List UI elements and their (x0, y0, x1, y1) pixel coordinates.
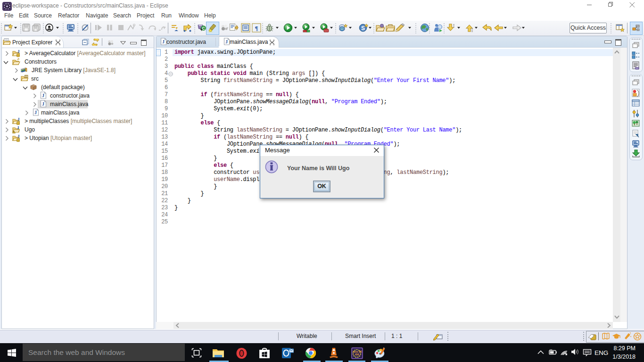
svg-text:C: C (202, 26, 205, 31)
svg-text:¶: ¶ (255, 25, 258, 32)
svg-text:S: S (361, 25, 365, 32)
svg-text:IDE: IDE (355, 353, 360, 356)
